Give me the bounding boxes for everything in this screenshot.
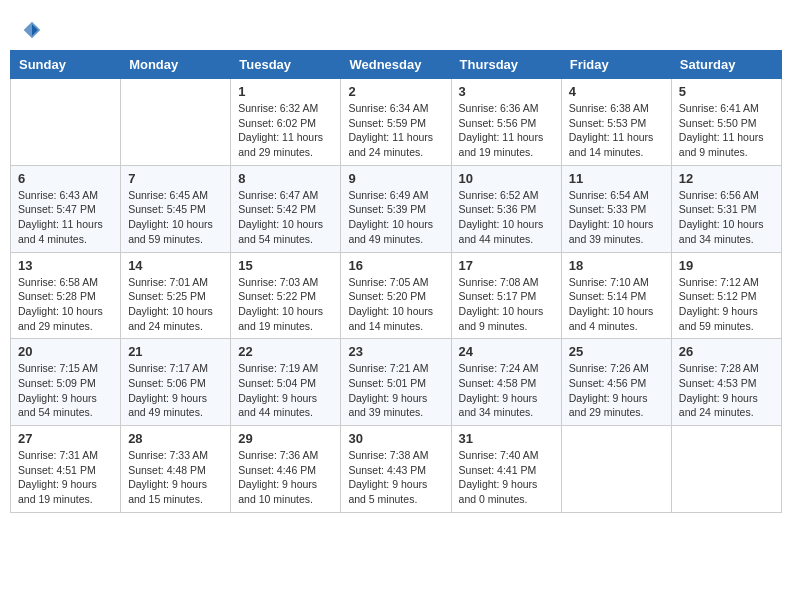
- day-number: 29: [238, 431, 333, 446]
- cell-content-line: Sunrise: 7:05 AM: [348, 275, 443, 290]
- cell-content-line: Sunset: 5:06 PM: [128, 376, 223, 391]
- cell-content-line: Daylight: 11 hours and 4 minutes.: [18, 217, 113, 246]
- calendar-cell: 23Sunrise: 7:21 AMSunset: 5:01 PMDayligh…: [341, 339, 451, 426]
- cell-content-line: Sunrise: 6:58 AM: [18, 275, 113, 290]
- calendar-cell: [671, 426, 781, 513]
- cell-content-line: Sunset: 5:56 PM: [459, 116, 554, 131]
- day-number: 9: [348, 171, 443, 186]
- cell-content-line: Daylight: 10 hours and 14 minutes.: [348, 304, 443, 333]
- cell-content-line: Daylight: 10 hours and 9 minutes.: [459, 304, 554, 333]
- calendar-week-3: 13Sunrise: 6:58 AMSunset: 5:28 PMDayligh…: [11, 252, 782, 339]
- cell-content-line: Daylight: 9 hours and 29 minutes.: [569, 391, 664, 420]
- day-number: 31: [459, 431, 554, 446]
- cell-content-line: Sunrise: 7:31 AM: [18, 448, 113, 463]
- cell-content-line: Sunrise: 7:08 AM: [459, 275, 554, 290]
- calendar-cell: 21Sunrise: 7:17 AMSunset: 5:06 PMDayligh…: [121, 339, 231, 426]
- cell-content-line: Daylight: 10 hours and 49 minutes.: [348, 217, 443, 246]
- calendar-cell: 17Sunrise: 7:08 AMSunset: 5:17 PMDayligh…: [451, 252, 561, 339]
- cell-content-line: Sunrise: 7:26 AM: [569, 361, 664, 376]
- day-number: 26: [679, 344, 774, 359]
- cell-content-line: Sunrise: 6:32 AM: [238, 101, 333, 116]
- calendar-cell: 6Sunrise: 6:43 AMSunset: 5:47 PMDaylight…: [11, 165, 121, 252]
- cell-content-line: Sunrise: 6:43 AM: [18, 188, 113, 203]
- calendar-cell: 18Sunrise: 7:10 AMSunset: 5:14 PMDayligh…: [561, 252, 671, 339]
- day-number: 13: [18, 258, 113, 273]
- day-number: 27: [18, 431, 113, 446]
- calendar-cell: 3Sunrise: 6:36 AMSunset: 5:56 PMDaylight…: [451, 79, 561, 166]
- cell-content-line: Sunrise: 7:10 AM: [569, 275, 664, 290]
- logo: [20, 20, 42, 40]
- calendar-cell: 20Sunrise: 7:15 AMSunset: 5:09 PMDayligh…: [11, 339, 121, 426]
- calendar-cell: 12Sunrise: 6:56 AMSunset: 5:31 PMDayligh…: [671, 165, 781, 252]
- day-number: 12: [679, 171, 774, 186]
- calendar-cell: 13Sunrise: 6:58 AMSunset: 5:28 PMDayligh…: [11, 252, 121, 339]
- calendar-cell: 28Sunrise: 7:33 AMSunset: 4:48 PMDayligh…: [121, 426, 231, 513]
- day-number: 6: [18, 171, 113, 186]
- calendar-cell: [121, 79, 231, 166]
- calendar-cell: 5Sunrise: 6:41 AMSunset: 5:50 PMDaylight…: [671, 79, 781, 166]
- day-number: 21: [128, 344, 223, 359]
- cell-content-line: Sunset: 5:01 PM: [348, 376, 443, 391]
- calendar-cell: 26Sunrise: 7:28 AMSunset: 4:53 PMDayligh…: [671, 339, 781, 426]
- calendar-week-4: 20Sunrise: 7:15 AMSunset: 5:09 PMDayligh…: [11, 339, 782, 426]
- cell-content-line: Daylight: 10 hours and 39 minutes.: [569, 217, 664, 246]
- calendar-cell: 7Sunrise: 6:45 AMSunset: 5:45 PMDaylight…: [121, 165, 231, 252]
- cell-content-line: Sunrise: 6:49 AM: [348, 188, 443, 203]
- calendar-cell: 14Sunrise: 7:01 AMSunset: 5:25 PMDayligh…: [121, 252, 231, 339]
- cell-content-line: Sunrise: 7:40 AM: [459, 448, 554, 463]
- cell-content-line: Daylight: 10 hours and 34 minutes.: [679, 217, 774, 246]
- day-number: 16: [348, 258, 443, 273]
- day-number: 19: [679, 258, 774, 273]
- calendar-cell: [561, 426, 671, 513]
- cell-content-line: Sunset: 5:09 PM: [18, 376, 113, 391]
- calendar-cell: 29Sunrise: 7:36 AMSunset: 4:46 PMDayligh…: [231, 426, 341, 513]
- cell-content-line: Sunset: 5:14 PM: [569, 289, 664, 304]
- weekday-header-wednesday: Wednesday: [341, 51, 451, 79]
- calendar-cell: 24Sunrise: 7:24 AMSunset: 4:58 PMDayligh…: [451, 339, 561, 426]
- cell-content-line: Sunrise: 6:52 AM: [459, 188, 554, 203]
- weekday-header-thursday: Thursday: [451, 51, 561, 79]
- cell-content-line: Daylight: 10 hours and 44 minutes.: [459, 217, 554, 246]
- cell-content-line: Daylight: 9 hours and 49 minutes.: [128, 391, 223, 420]
- cell-content-line: Daylight: 11 hours and 29 minutes.: [238, 130, 333, 159]
- cell-content-line: Sunset: 4:48 PM: [128, 463, 223, 478]
- day-number: 25: [569, 344, 664, 359]
- cell-content-line: Sunset: 5:53 PM: [569, 116, 664, 131]
- cell-content-line: Daylight: 9 hours and 19 minutes.: [18, 477, 113, 506]
- calendar-cell: 10Sunrise: 6:52 AMSunset: 5:36 PMDayligh…: [451, 165, 561, 252]
- cell-content-line: Daylight: 9 hours and 34 minutes.: [459, 391, 554, 420]
- cell-content-line: Sunset: 5:33 PM: [569, 202, 664, 217]
- cell-content-line: Sunset: 5:28 PM: [18, 289, 113, 304]
- cell-content-line: Sunrise: 6:54 AM: [569, 188, 664, 203]
- calendar-header-row: SundayMondayTuesdayWednesdayThursdayFrid…: [11, 51, 782, 79]
- calendar-cell: 11Sunrise: 6:54 AMSunset: 5:33 PMDayligh…: [561, 165, 671, 252]
- day-number: 23: [348, 344, 443, 359]
- calendar-cell: 19Sunrise: 7:12 AMSunset: 5:12 PMDayligh…: [671, 252, 781, 339]
- calendar-cell: 4Sunrise: 6:38 AMSunset: 5:53 PMDaylight…: [561, 79, 671, 166]
- cell-content-line: Sunset: 5:04 PM: [238, 376, 333, 391]
- weekday-header-tuesday: Tuesday: [231, 51, 341, 79]
- day-number: 4: [569, 84, 664, 99]
- day-number: 11: [569, 171, 664, 186]
- calendar-cell: 8Sunrise: 6:47 AMSunset: 5:42 PMDaylight…: [231, 165, 341, 252]
- cell-content-line: Daylight: 9 hours and 5 minutes.: [348, 477, 443, 506]
- day-number: 18: [569, 258, 664, 273]
- cell-content-line: Sunset: 5:42 PM: [238, 202, 333, 217]
- day-number: 28: [128, 431, 223, 446]
- cell-content-line: Sunrise: 6:38 AM: [569, 101, 664, 116]
- cell-content-line: Sunrise: 7:15 AM: [18, 361, 113, 376]
- cell-content-line: Sunset: 6:02 PM: [238, 116, 333, 131]
- cell-content-line: Daylight: 10 hours and 4 minutes.: [569, 304, 664, 333]
- day-number: 30: [348, 431, 443, 446]
- calendar-week-5: 27Sunrise: 7:31 AMSunset: 4:51 PMDayligh…: [11, 426, 782, 513]
- cell-content-line: Sunrise: 6:36 AM: [459, 101, 554, 116]
- cell-content-line: Sunset: 4:51 PM: [18, 463, 113, 478]
- cell-content-line: Sunset: 4:58 PM: [459, 376, 554, 391]
- day-number: 3: [459, 84, 554, 99]
- cell-content-line: Daylight: 9 hours and 44 minutes.: [238, 391, 333, 420]
- cell-content-line: Daylight: 9 hours and 24 minutes.: [679, 391, 774, 420]
- cell-content-line: Sunset: 4:53 PM: [679, 376, 774, 391]
- cell-content-line: Daylight: 10 hours and 19 minutes.: [238, 304, 333, 333]
- cell-content-line: Daylight: 11 hours and 24 minutes.: [348, 130, 443, 159]
- cell-content-line: Sunrise: 7:17 AM: [128, 361, 223, 376]
